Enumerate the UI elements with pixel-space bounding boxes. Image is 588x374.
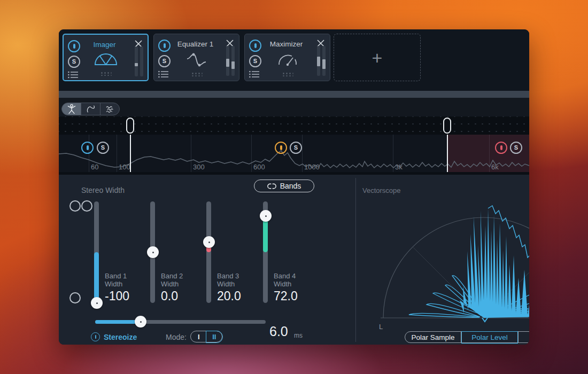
mode-II-button[interactable]: II <box>206 331 223 343</box>
band1-power-icon[interactable] <box>81 142 94 154</box>
module-title: Imager <box>80 41 129 49</box>
band3-power-icon[interactable] <box>495 142 507 154</box>
freq-label: 600 <box>253 163 265 171</box>
mode-label: Mode: <box>166 333 187 341</box>
scope-view-extra-segment[interactable] <box>518 332 529 342</box>
band4-label: Band 4 <box>274 272 296 280</box>
imager-module-icon <box>94 52 118 66</box>
crossover-handle-1[interactable] <box>126 118 134 134</box>
module-title: Maximizer <box>261 40 312 48</box>
band1-width-meter <box>94 252 99 303</box>
band1-label: Band 1 <box>105 272 127 280</box>
preset-list-icon[interactable] <box>158 70 170 79</box>
module-tile-equalizer[interactable]: S Equalizer 1 <box>153 34 239 81</box>
power-icon[interactable] <box>158 40 171 52</box>
tab-waves-view[interactable] <box>100 103 119 115</box>
stereoize-label: Stereoize <box>104 333 137 341</box>
panel-title: Stereo Width <box>81 186 125 194</box>
delay-value: 6.0 <box>269 324 288 339</box>
stereoize-delay-fill <box>95 320 141 324</box>
band2-slider-handle[interactable] <box>147 246 159 258</box>
scope-view-selector: Polar Sample Polar Level <box>405 331 529 343</box>
band2-sublabel: Width <box>161 280 183 288</box>
crossover-handle-2[interactable] <box>443 118 451 134</box>
tab-sine-view[interactable] <box>81 103 100 115</box>
drag-handle[interactable] <box>100 72 111 76</box>
power-icon <box>91 332 100 341</box>
band2-label: Band 2 <box>161 272 183 280</box>
band4-value: 72.0 <box>274 289 298 303</box>
solo-icon[interactable]: S <box>249 55 261 67</box>
module-tile-imager[interactable]: S Imager <box>63 34 149 81</box>
band4-slider-handle[interactable] <box>260 210 272 222</box>
module-title: Equalizer 1 <box>170 40 221 48</box>
wide-stereo-icon <box>81 200 92 212</box>
freq-label: 3k <box>395 163 403 171</box>
wide-stereo-icon <box>69 200 81 212</box>
module-meters <box>317 46 326 76</box>
stereoize-delay-slider[interactable] <box>95 320 266 324</box>
band3-slider-handle[interactable] <box>203 236 215 248</box>
left-channel-label: L <box>379 323 383 331</box>
polar-level-button[interactable]: Polar Level <box>461 331 518 344</box>
band2-power-icon[interactable] <box>275 142 287 154</box>
freq-label: 100 <box>119 163 130 171</box>
module-chain: S Imager S Equalizer 1 <box>59 29 529 91</box>
preset-list-icon[interactable] <box>249 70 261 79</box>
band1-solo-icon[interactable]: S <box>97 142 109 154</box>
band3-width-slider[interactable] <box>206 201 211 303</box>
add-module-icon: + <box>372 50 383 66</box>
separator-strip <box>59 91 529 98</box>
power-icon[interactable] <box>68 40 80 52</box>
band2-solo-icon[interactable]: S <box>290 142 302 154</box>
power-icon[interactable] <box>249 40 261 52</box>
vectorscope-display <box>358 176 529 329</box>
band3-solo-icon[interactable]: S <box>510 142 522 154</box>
solo-icon[interactable]: S <box>158 55 171 67</box>
imager-main-panel: Stereo Width Bands Band 1Width -100 Band… <box>59 175 529 345</box>
preset-list-icon[interactable] <box>68 71 80 79</box>
view-selector <box>61 103 120 115</box>
module-meters <box>226 46 235 76</box>
freq-label: 6k <box>491 163 499 171</box>
spectrum-display: 60 100 300 600 1000 3k 6k S S S <box>59 135 529 172</box>
crossover-line-1[interactable] <box>130 135 131 172</box>
drag-handle[interactable] <box>191 72 202 76</box>
band3-label: Band 3 <box>217 272 239 280</box>
stereoize-slider-handle[interactable] <box>135 316 146 328</box>
module-tile-maximizer[interactable]: S Maximizer <box>244 34 330 81</box>
band2-value: 0.0 <box>161 289 178 303</box>
drag-handle[interactable] <box>282 72 293 76</box>
freq-label: 300 <box>193 163 205 171</box>
mode-I-button[interactable]: I <box>191 331 207 342</box>
mode-selector: I II <box>190 331 222 342</box>
freq-label: 60 <box>91 163 98 171</box>
stereoize-toggle[interactable]: Stereoize <box>91 332 137 341</box>
band1-value: -100 <box>105 289 129 303</box>
band4-sublabel: Width <box>274 280 296 288</box>
band3-value: 20.0 <box>217 289 241 303</box>
delay-unit: ms <box>294 332 303 339</box>
band1-slider-handle[interactable] <box>91 297 103 309</box>
add-module-slot[interactable]: + <box>334 34 421 81</box>
freq-label: 1000 <box>304 163 320 171</box>
view-toolbar <box>59 98 529 116</box>
crossover-line-2[interactable] <box>447 135 448 172</box>
equalizer-module-icon <box>186 52 207 68</box>
maximizer-module-icon <box>276 52 299 67</box>
mono-icon <box>69 292 81 303</box>
bands-button[interactable]: Bands <box>254 180 314 192</box>
polar-sample-button[interactable]: Polar Sample <box>405 332 461 342</box>
ozone-imager-window: S Imager S Equalizer 1 <box>59 29 529 345</box>
module-meters <box>135 46 143 76</box>
band1-sublabel: Width <box>105 280 127 288</box>
solo-icon[interactable]: S <box>68 56 80 68</box>
tab-stereo-width-view[interactable] <box>62 103 81 115</box>
link-icon <box>267 183 276 190</box>
band3-sublabel: Width <box>217 280 239 288</box>
panel-divider <box>355 178 356 342</box>
